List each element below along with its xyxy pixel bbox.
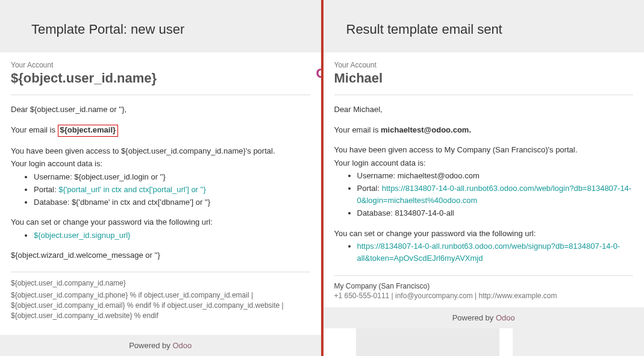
greeting-line: Dear ${object.user_id.name or ''}, (11, 104, 310, 116)
database-item: Database: ${'dbname' in ctx and ctx['dbn… (34, 196, 310, 208)
result-body: Your Account Michael Dear Michael, Your … (324, 52, 645, 356)
powered-by-band: Powered by Odoo (0, 335, 321, 356)
company-name-expr: ${object.user_id.company_id.name} (11, 278, 310, 289)
powered-by-band: Powered by Odoo (324, 307, 645, 328)
signup-url-expr: ${object.user_id.signup_url} (34, 231, 130, 240)
signup-url-item: ${object.user_id.signup_url} (34, 230, 310, 242)
username-item: Username: michaeltest@odoo.com (357, 170, 634, 182)
company-name: My Company (San Francisco) (334, 282, 634, 290)
password-line: You can set or change your password via … (334, 228, 634, 240)
username-item: Username: ${object.user_id.login or ''} (34, 171, 310, 183)
account-label: Your Account (334, 61, 634, 69)
divider (11, 272, 310, 272)
access-line: You have been given access to ${object.u… (11, 145, 310, 157)
database-item: Database: 8134807-14-0-all (357, 207, 634, 219)
divider (334, 275, 634, 276)
access-line: You have been given access to My Company… (334, 144, 634, 156)
portal-link[interactable]: https://8134807-14-0-all.runbot63.odoo.c… (357, 184, 632, 205)
divider (11, 95, 310, 95)
welcome-expr: ${object.wizard_id.welcome_message or ''… (11, 249, 310, 261)
password-line: You can set or change your password via … (11, 216, 310, 228)
signup-url-link[interactable]: https://8134807-14-0-all.runbot63.odoo.c… (357, 242, 621, 263)
email-line: Your email is michaeltest@odoo.com. (334, 124, 634, 136)
bottom-strip (324, 328, 645, 356)
email-line: Your email is ${object.email} (11, 124, 310, 137)
portal-item: Portal: ${'portal_url' in ctx and ctx['p… (34, 184, 310, 196)
company-contact: +1 650-555-0111 | info@yourcompany.com |… (334, 292, 634, 300)
odoo-link[interactable]: Odoo (496, 313, 515, 322)
template-body: C Your Account ${object.user_id.name} De… (0, 52, 321, 356)
odoo-link[interactable]: Odoo (172, 341, 192, 350)
portal-expr: ${'portal_url' in ctx and ctx['portal_ur… (58, 185, 206, 194)
account-name: Michael (334, 70, 634, 86)
email-expression-highlight: ${object.email} (58, 125, 119, 137)
avatar-crop-icon: C (316, 66, 321, 81)
login-intro: Your login account data is: (11, 158, 310, 170)
result-pane: Result template email sent Your Account … (324, 0, 645, 356)
signup-url-item: https://8134807-14-0-all.runbot63.odoo.c… (357, 240, 634, 264)
account-label: Your Account (11, 61, 310, 69)
result-header: Result template email sent (324, 0, 645, 37)
template-pane: Template Portal: new user C Your Account… (0, 0, 321, 356)
company-contact-expr: ${object.user_id.company_id.phone} % if … (11, 290, 310, 322)
login-intro: Your login account data is: (334, 157, 634, 169)
divider (334, 95, 634, 95)
template-header: Template Portal: new user (0, 0, 321, 37)
portal-item: Portal: https://8134807-14-0-all.runbot6… (357, 183, 634, 207)
greeting-line: Dear Michael, (334, 104, 634, 116)
account-name-expr: ${object.user_id.name} (11, 70, 310, 86)
